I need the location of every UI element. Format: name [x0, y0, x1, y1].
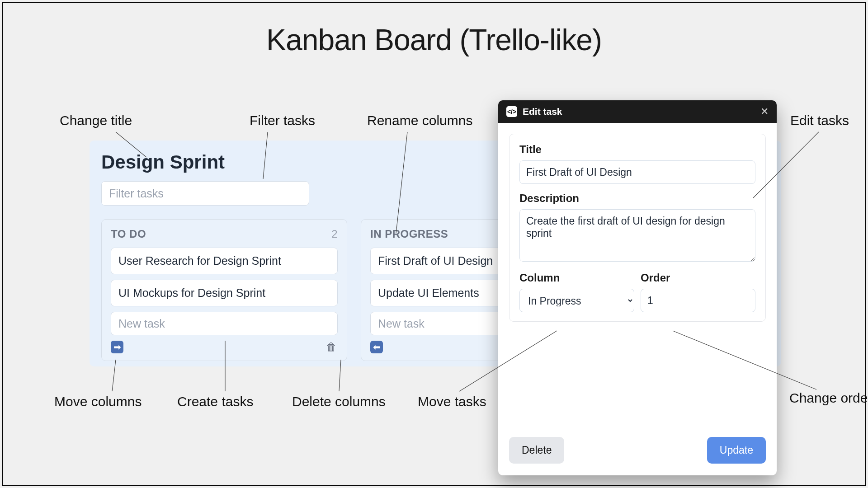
column-todo: TO DO 2 User Research for Design Sprint … — [101, 219, 347, 361]
move-column-right-icon[interactable]: ➡ — [111, 341, 123, 353]
annotation-edit-tasks: Edit tasks — [790, 113, 849, 128]
new-task-input[interactable] — [111, 312, 338, 335]
order-field[interactable] — [641, 289, 755, 312]
description-field[interactable]: Create the first draft of UI design for … — [519, 209, 755, 262]
column-name[interactable]: IN PROGRESS — [370, 228, 448, 240]
column-label: Column — [519, 272, 634, 284]
annotation-change-title: Change title — [60, 113, 132, 128]
annotation-move-columns: Move columns — [54, 394, 142, 409]
order-label: Order — [641, 272, 755, 284]
update-button[interactable]: Update — [707, 437, 766, 464]
edit-task-modal: </> Edit task ✕ Title Description Create… — [498, 100, 777, 475]
column-count: 2 — [331, 228, 338, 240]
annotation-delete-columns: Delete columns — [292, 394, 386, 409]
title-field[interactable] — [519, 160, 755, 184]
column-select[interactable]: In Progress — [519, 289, 634, 312]
filter-tasks-input[interactable] — [101, 181, 309, 206]
annotation-change-order: Change order — [789, 390, 868, 406]
description-label: Description — [519, 192, 755, 205]
column-name[interactable]: TO DO — [111, 228, 146, 240]
page-title: Kanban Board (Trello-like) — [3, 23, 865, 57]
annotation-create-tasks: Create tasks — [177, 394, 253, 409]
title-label: Title — [519, 143, 755, 156]
close-icon[interactable]: ✕ — [760, 106, 769, 117]
annotation-rename-columns: Rename columns — [367, 113, 472, 128]
modal-title: Edit task — [523, 106, 562, 117]
delete-button[interactable]: Delete — [509, 437, 564, 464]
delete-column-icon[interactable]: 🗑 — [325, 341, 338, 353]
annotation-move-tasks: Move tasks — [418, 394, 486, 409]
task-card[interactable]: User Research for Design Sprint — [111, 248, 338, 274]
annotation-filter-tasks: Filter tasks — [250, 113, 315, 128]
move-column-left-icon[interactable]: ⬅ — [370, 341, 383, 353]
task-card[interactable]: UI Mockups for Design Sprint — [111, 280, 338, 306]
code-icon: </> — [506, 106, 517, 117]
